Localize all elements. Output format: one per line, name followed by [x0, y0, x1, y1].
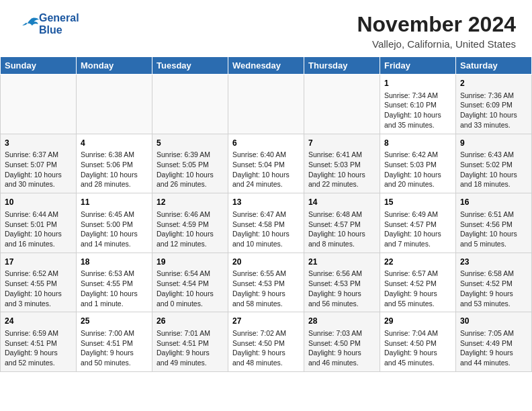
day-info: Sunrise: 6:45 AM [81, 210, 148, 220]
logo-general: General [39, 12, 79, 24]
table-row: 2Sunrise: 7:36 AMSunset: 6:09 PMDaylight… [456, 75, 532, 134]
day-info: and 16 minutes. [5, 239, 72, 249]
day-info: Sunrise: 7:36 AM [460, 91, 527, 101]
day-number: 11 [81, 197, 148, 208]
day-info: Sunrise: 7:05 AM [460, 328, 527, 338]
day-number: 5 [157, 138, 224, 149]
day-number: 12 [157, 197, 224, 208]
day-info: Sunset: 4:56 PM [460, 220, 527, 230]
day-info: Sunset: 5:04 PM [232, 160, 300, 170]
day-info: Daylight: 10 hours [460, 110, 527, 120]
day-info: Sunset: 5:00 PM [81, 220, 148, 230]
day-info: Sunrise: 6:40 AM [232, 150, 300, 160]
col-header-sunday: Sunday [1, 57, 77, 75]
day-info: and 58 minutes. [232, 299, 300, 309]
day-info: Sunrise: 6:41 AM [308, 150, 375, 160]
table-row: 23Sunrise: 6:58 AMSunset: 4:52 PMDayligh… [456, 253, 532, 312]
day-info: Daylight: 10 hours [157, 289, 224, 299]
table-row: 28Sunrise: 7:03 AMSunset: 4:50 PMDayligh… [304, 312, 380, 372]
day-info: and 44 minutes. [460, 358, 527, 368]
day-info: and 46 minutes. [308, 358, 375, 368]
day-number: 24 [5, 316, 72, 327]
day-number: 15 [384, 197, 451, 208]
table-row: 1Sunrise: 7:34 AMSunset: 6:10 PMDaylight… [380, 75, 456, 134]
day-info: and 45 minutes. [384, 358, 451, 368]
day-info: Sunset: 5:03 PM [308, 160, 375, 170]
day-info: Sunrise: 6:43 AM [460, 150, 527, 160]
day-number: 22 [384, 257, 451, 268]
header-area: General Blue November 2024 Vallejo, Cali… [0, 0, 532, 52]
table-row: 6Sunrise: 6:40 AMSunset: 5:04 PMDaylight… [228, 134, 304, 193]
day-info: Sunset: 4:49 PM [460, 338, 527, 349]
day-info: Daylight: 10 hours [232, 229, 300, 239]
day-number: 23 [460, 257, 527, 268]
day-number: 2 [460, 78, 527, 89]
day-info: Sunrise: 7:02 AM [232, 328, 300, 338]
day-info: Daylight: 9 hours [384, 289, 451, 299]
day-number: 17 [5, 257, 72, 268]
day-number: 9 [460, 138, 527, 149]
table-row: 22Sunrise: 6:57 AMSunset: 4:52 PMDayligh… [380, 253, 456, 312]
day-info: Sunrise: 6:46 AM [157, 210, 224, 220]
day-info: Sunrise: 6:51 AM [460, 210, 527, 220]
day-info: Daylight: 10 hours [308, 170, 375, 180]
col-header-saturday: Saturday [456, 57, 532, 75]
table-row: 27Sunrise: 7:02 AMSunset: 4:50 PMDayligh… [228, 312, 304, 372]
day-info: and 50 minutes. [81, 358, 148, 368]
table-row: 18Sunrise: 6:53 AMSunset: 4:55 PMDayligh… [77, 253, 152, 312]
table-row: 30Sunrise: 7:05 AMSunset: 4:49 PMDayligh… [456, 312, 532, 372]
day-info: Sunset: 6:09 PM [460, 100, 527, 110]
page-title: November 2024 [16, 12, 516, 37]
day-info: Sunrise: 6:49 AM [384, 210, 451, 220]
day-info: and 55 minutes. [384, 299, 451, 309]
page-subtitle: Vallejo, California, United States [16, 38, 516, 50]
day-info: Sunrise: 6:59 AM [5, 328, 72, 338]
day-info: Sunset: 5:05 PM [157, 160, 224, 170]
table-row: 3Sunrise: 6:37 AMSunset: 5:07 PMDaylight… [1, 134, 77, 193]
page-header: November 2024 Vallejo, California, Unite… [0, 0, 532, 52]
day-info: and 28 minutes. [81, 179, 148, 189]
day-info: and 33 minutes. [460, 120, 527, 130]
day-info: and 35 minutes. [384, 120, 451, 130]
day-info: and 5 minutes. [460, 239, 527, 249]
day-info: Daylight: 9 hours [460, 289, 527, 299]
logo: General Blue [16, 12, 79, 36]
day-info: Daylight: 10 hours [384, 170, 451, 180]
day-info: Daylight: 10 hours [460, 170, 527, 180]
day-info: Daylight: 10 hours [460, 229, 527, 239]
day-info: Sunrise: 6:58 AM [460, 269, 527, 279]
day-number: 7 [308, 138, 375, 149]
day-number: 14 [308, 197, 375, 208]
day-info: Daylight: 9 hours [308, 289, 375, 299]
calendar-week-3: 10Sunrise: 6:44 AMSunset: 5:01 PMDayligh… [1, 193, 532, 253]
calendar-table: SundayMondayTuesdayWednesdayThursdayFrid… [0, 56, 532, 372]
day-info: and 22 minutes. [308, 179, 375, 189]
table-row [304, 75, 380, 134]
day-info: Daylight: 10 hours [157, 170, 224, 180]
day-info: Sunset: 6:10 PM [384, 100, 451, 110]
day-info: Sunset: 4:53 PM [308, 279, 375, 289]
day-info: and 20 minutes. [384, 179, 451, 189]
day-info: Sunrise: 6:38 AM [81, 150, 148, 160]
day-info: Sunrise: 6:42 AM [384, 150, 451, 160]
day-info: Sunrise: 6:39 AM [157, 150, 224, 160]
day-info: Daylight: 10 hours [384, 110, 451, 120]
logo-bird-icon [17, 16, 39, 32]
day-info: Sunset: 4:53 PM [232, 279, 300, 289]
day-info: Sunset: 4:51 PM [5, 338, 72, 349]
day-info: Daylight: 9 hours [81, 348, 148, 358]
col-header-thursday: Thursday [304, 57, 380, 75]
col-header-tuesday: Tuesday [152, 57, 228, 75]
calendar-week-2: 3Sunrise: 6:37 AMSunset: 5:07 PMDaylight… [1, 134, 532, 193]
day-info: and 53 minutes. [460, 299, 527, 309]
day-number: 20 [232, 257, 300, 268]
day-number: 19 [157, 257, 224, 268]
day-info: Daylight: 9 hours [460, 348, 527, 358]
calendar-week-1: 1Sunrise: 7:34 AMSunset: 6:10 PMDaylight… [1, 75, 532, 134]
day-info: and 56 minutes. [308, 299, 375, 309]
day-number: 3 [5, 138, 72, 149]
day-info: Sunrise: 7:34 AM [384, 91, 451, 101]
table-row: 16Sunrise: 6:51 AMSunset: 4:56 PMDayligh… [456, 193, 532, 253]
day-info: Sunset: 5:02 PM [460, 160, 527, 170]
table-row [228, 75, 304, 134]
